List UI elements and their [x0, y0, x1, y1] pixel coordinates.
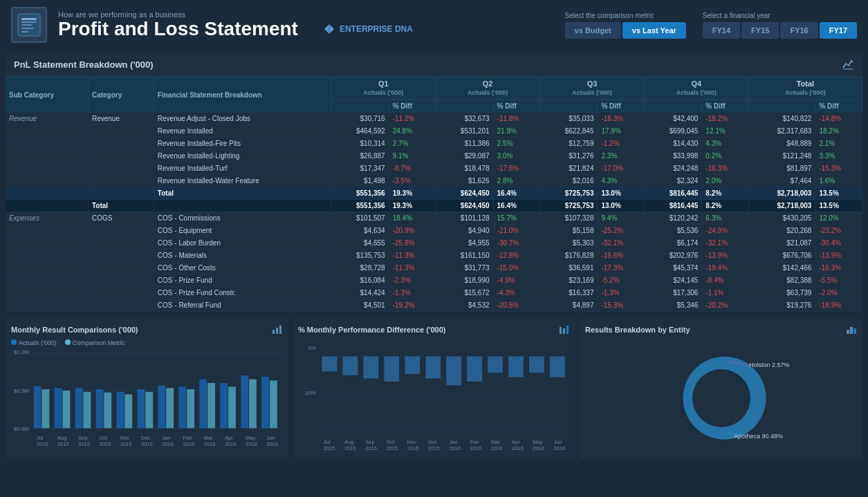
svg-rect-36	[261, 377, 269, 428]
col-sub-category: Sub Category	[6, 77, 88, 113]
svg-point-59	[692, 369, 750, 427]
table-row: Total$551,35619.3%$624,45016.4%$725,7531…	[6, 200, 862, 212]
svg-rect-27	[166, 388, 174, 428]
apotheca-label: Apotheca 90.48%	[734, 433, 783, 440]
col-q1-group: Q1Actuals ('000)	[331, 77, 436, 100]
svg-rect-56	[847, 330, 849, 334]
pnl-table-section: PnL Statement Breakdown ('000) Sub Categ…	[6, 53, 862, 312]
svg-rect-31	[207, 383, 215, 428]
svg-rect-18	[75, 388, 83, 428]
svg-rect-34	[241, 375, 248, 428]
q1-diff-header: % Diff	[389, 100, 436, 113]
svg-rect-22	[117, 392, 124, 429]
entity-breakdown-title: Results Breakdown by Entity	[585, 324, 857, 335]
svg-rect-26	[158, 386, 165, 429]
svg-rect-46	[363, 357, 378, 379]
fy17-button[interactable]: FY17	[820, 22, 857, 39]
svg-rect-2	[21, 21, 37, 23]
q3-diff-header: % Diff	[598, 100, 645, 113]
svg-rect-35	[249, 379, 257, 429]
svg-rect-14	[34, 386, 41, 429]
financial-year-control: Select a financial year FY14 FY15 FY16 F…	[703, 12, 857, 39]
table-row: COS - Prize Fund$16,084-2.3%$18,990-4.9%…	[6, 274, 862, 287]
svg-rect-29	[187, 389, 194, 428]
q2-diff-header: % Diff	[493, 100, 540, 113]
svg-rect-9	[276, 328, 278, 334]
app-logo	[11, 7, 47, 43]
svg-rect-23	[124, 394, 132, 428]
fy-btn-group: FY14 FY15 FY16 FY17	[703, 22, 857, 39]
svg-rect-1	[21, 18, 37, 20]
title-area: How are we performing as a business Prof…	[58, 10, 554, 40]
table-row: COS - Repair Fund$7,286-20.4%$8,477-19.1…	[6, 312, 862, 312]
table-row: Revenue Installed$464,59224.8%$531,20121…	[6, 125, 862, 138]
svg-rect-28	[178, 387, 186, 429]
header-subtitle: How are we performing as a business	[58, 10, 554, 19]
table-icon	[842, 58, 854, 71]
svg-rect-47	[384, 357, 399, 382]
comparison-legend: Comparison Metric	[65, 339, 125, 346]
svg-rect-17	[62, 391, 70, 428]
table-row: COS - Materials$135,753-11.3%$161,150-12…	[6, 250, 862, 262]
svg-rect-30	[199, 379, 207, 429]
svg-rect-54	[529, 357, 544, 373]
svg-rect-15	[42, 389, 50, 428]
actuals-legend: Actuals ('000)	[11, 339, 57, 346]
brand-area: ENTERPRISE DNA	[323, 23, 413, 35]
page-title: Profit and Loss Statement	[58, 19, 298, 40]
bar-chart-icon	[559, 324, 570, 335]
q2-actuals-header	[436, 100, 493, 113]
svg-rect-49	[425, 357, 441, 379]
svg-rect-45	[342, 357, 358, 375]
table-row: COS - Prize Fund Constr.$14,424-1.3%$15,…	[6, 287, 862, 299]
table-row: COS - Labor Burden$4,655-25.8%$4,955-30.…	[6, 237, 862, 250]
comparison-control: Select the comparison metric vs Budget v…	[565, 12, 686, 39]
total-actuals-header	[748, 100, 815, 113]
table-row: COS - Referral Fund$4,501-19.2%$4,532-20…	[6, 299, 862, 312]
svg-rect-38	[560, 327, 562, 334]
chart-legend: Actuals ('000) Comparison Metric	[11, 339, 283, 346]
svg-rect-32	[220, 383, 228, 428]
monthly-perf-panel: % Monthly Performance Difference ('000) …	[293, 319, 575, 459]
comparison-btn-group: vs Budget vs Last Year	[565, 22, 686, 39]
q1-actuals-header	[331, 100, 389, 113]
table-section-title: PnL Statement Breakdown ('000)	[14, 59, 154, 70]
q4-actuals-header	[644, 100, 701, 113]
table-wrapper[interactable]: Sub Category Category Financial Statemen…	[6, 77, 862, 312]
monthly-perf-chart	[319, 339, 570, 436]
table-body: RevenueRevenueRevenue Adjust - Closed Jo…	[6, 113, 862, 312]
table-row: Revenue Installed-Fire Pits$10,3142.7%$1…	[6, 138, 862, 150]
q4-diff-header: % Diff	[702, 100, 749, 113]
svg-rect-51	[467, 357, 482, 382]
svg-rect-48	[405, 357, 420, 374]
svg-rect-33	[228, 387, 236, 429]
bottom-panels: Monthly Result Comparisons ('000) Actual…	[0, 315, 868, 463]
svg-rect-39	[563, 328, 565, 334]
entity-breakdown-panel: Results Breakdown by Entity Holston 2.57…	[580, 319, 862, 459]
vs-budget-button[interactable]: vs Budget	[565, 22, 621, 39]
svg-rect-4	[21, 28, 34, 29]
svg-rect-37	[270, 380, 277, 428]
svg-rect-58	[853, 328, 856, 334]
col-total-group: TotalActuals ('000)	[748, 77, 862, 100]
svg-rect-25	[145, 392, 153, 429]
svg-rect-24	[137, 389, 145, 428]
vs-last-year-button[interactable]: vs Last Year	[622, 22, 686, 39]
table-row: Revenue Installed-Turf$17,347-8.7%$18,47…	[6, 162, 862, 175]
svg-rect-19	[83, 392, 91, 429]
pnl-table: Sub Category Category Financial Statemen…	[6, 77, 862, 312]
fy16-button[interactable]: FY16	[780, 22, 818, 39]
table-row: COS - Equipment$4,634-20.9%$4,940-21.0%$…	[6, 225, 862, 237]
table-row: Total$551,35619.3%$624,45016.4%$725,7531…	[6, 187, 862, 200]
q3-actuals-header	[540, 100, 598, 113]
fy15-button[interactable]: FY15	[741, 22, 779, 39]
svg-rect-21	[104, 393, 111, 429]
holston-label: Holston 2.57%	[749, 362, 790, 368]
svg-rect-5	[21, 31, 28, 32]
header: How are we performing as a business Prof…	[0, 0, 868, 50]
fy14-button[interactable]: FY14	[703, 22, 740, 39]
monthly-result-title: Monthly Result Comparisons ('000)	[11, 324, 283, 335]
col-category: Category	[88, 77, 154, 113]
svg-rect-10	[279, 326, 281, 334]
brand-name: ENTERPRISE DNA	[340, 24, 413, 34]
